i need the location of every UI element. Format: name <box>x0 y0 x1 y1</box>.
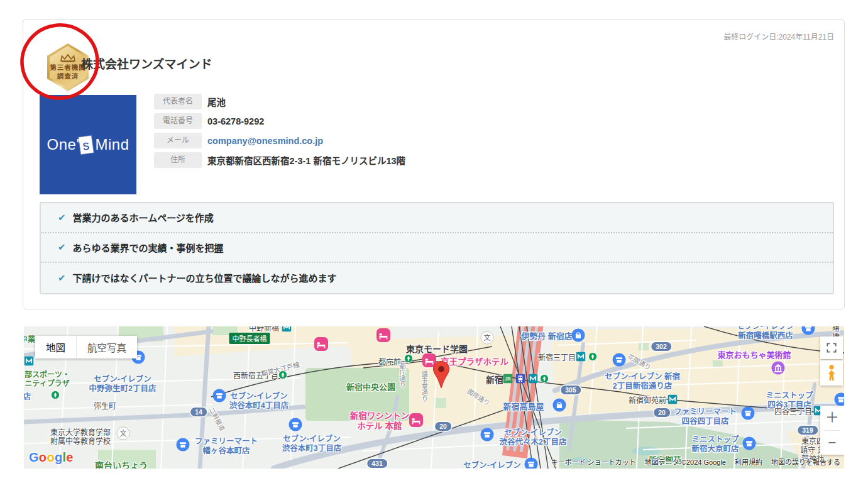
map-label[interactable]: セブン-イレブン 渋谷本町4丁目店 <box>229 392 288 411</box>
company-logo: One'sMind <box>40 95 136 194</box>
hotel-icon[interactable] <box>376 328 390 345</box>
map-label[interactable]: 中野新橋 <box>249 326 279 333</box>
google-logo[interactable]: Google <box>29 450 74 465</box>
map-type-map-button[interactable]: 地図 <box>35 336 76 358</box>
feature-text: あらゆる業界での実績・事例を把握 <box>73 241 224 254</box>
metro-icon[interactable] <box>25 357 34 369</box>
shop-icon[interactable] <box>742 436 756 453</box>
zoom-in-button[interactable]: ＋ <box>820 406 844 430</box>
pegman-icon <box>825 364 838 382</box>
department-store-icon[interactable] <box>552 398 566 414</box>
tree-icon[interactable] <box>51 391 60 402</box>
info-label: 住所 <box>154 152 202 168</box>
shop-icon[interactable] <box>524 457 538 469</box>
shop-icon[interactable] <box>480 428 494 444</box>
route-badge: 14 <box>190 408 207 416</box>
map-label[interactable]: 伊勢丹 新宿店 <box>521 331 573 341</box>
map-label[interactable]: 京王プラザホテル <box>441 357 508 367</box>
map-label[interactable]: 業 中 <box>24 335 35 343</box>
map-label[interactable]: ミニストップ 新宿大京町店 <box>691 435 739 454</box>
shop-icon[interactable] <box>612 353 626 369</box>
map-label[interactable]: セブン-イレブン 渋谷本町3丁目店 <box>282 435 341 453</box>
map-attribution: キーボード ショートカット地図データ ©2024 Google利用規約地図の誤り… <box>551 457 840 467</box>
google-logo-letter: o <box>47 450 55 464</box>
badge-line2: 調査済 <box>57 72 79 80</box>
features-box: ✔営業力のあるホームページを作成✔あらゆる業界での実績・事例を把握✔下請けではな… <box>40 202 834 294</box>
map-label[interactable]: セブン-イレブン <box>463 461 521 469</box>
zoom-out-button[interactable]: − <box>820 431 844 455</box>
tree-icon[interactable] <box>278 370 287 382</box>
map-label[interactable]: 都庁前 <box>378 358 401 367</box>
map-label[interactable]: 新宿 <box>486 375 503 386</box>
metro-icon[interactable] <box>529 374 538 386</box>
map-label[interactable]: セブン-イレブン 新宿 2丁目新宿通り店 <box>605 372 680 391</box>
school-icon[interactable]: 文 <box>116 426 130 443</box>
map-label[interactable]: 南台いちょう <box>95 460 148 469</box>
shop-icon[interactable] <box>212 389 226 405</box>
fullscreen-button[interactable] <box>820 336 843 359</box>
map-label[interactable]: 新宿御苑前 <box>629 396 666 405</box>
svg-text:文: 文 <box>484 333 491 341</box>
map-label[interactable]: 東京大学教育学部 附属中等教育学校 <box>50 428 111 446</box>
map-label[interactable]: 四谷三丁目 <box>774 408 812 416</box>
google-logo-letter: e <box>66 450 73 464</box>
hotel-icon[interactable] <box>314 337 328 353</box>
map-label[interactable]: 新宿三丁目 <box>538 353 576 362</box>
school-icon[interactable]: 文 <box>480 331 494 347</box>
logo-text-mind: Mind <box>95 136 129 153</box>
route-badge: 302 <box>651 342 671 351</box>
metro-icon[interactable] <box>576 352 586 364</box>
map-label[interactable]: 新宿高島屋 <box>503 402 544 411</box>
attribution-item[interactable]: キーボード ショートカット <box>551 457 636 467</box>
jr-icon[interactable]: JR <box>503 374 513 386</box>
feature-item: ✔あらゆる業界での実績・事例を把握 <box>41 233 833 264</box>
feature-text: 営業力のあるホームページを作成 <box>73 211 214 224</box>
map-label[interactable]: 部スポーツ・ ニティプラザ <box>25 370 70 388</box>
attribution-item[interactable]: 利用規約 <box>735 457 762 467</box>
shop-icon[interactable] <box>741 406 755 423</box>
tree-icon[interactable] <box>404 354 413 365</box>
map-label[interactable]: セブン-イレブン 中野弥生町2丁目店 <box>89 375 157 394</box>
map-label[interactable]: 東京おもちゃ美術館 <box>717 350 791 360</box>
map-type-satellite-button[interactable]: 航空写真 <box>76 336 137 358</box>
attribution-item[interactable]: 地図の誤りを報告する <box>771 457 840 467</box>
metro-icon[interactable] <box>668 395 678 407</box>
map-label[interactable]: ファミリーマート 四谷四丁目店 <box>674 408 737 426</box>
map-label: 議事堂通り <box>420 370 427 402</box>
map-label[interactable]: 新宿ワシントン ホテル 本館 <box>350 411 410 431</box>
logo-s-box: s <box>79 135 94 154</box>
google-map-embed[interactable]: 中野新橋西新宿五丁目業 中部スポーツ・ ニティプラザ店セブン-イレブン 中野弥生… <box>24 326 844 469</box>
train-icon[interactable] <box>516 374 525 386</box>
tree-icon[interactable] <box>540 374 549 386</box>
svg-text:文: 文 <box>120 429 127 437</box>
map-label[interactable]: 弥生町 <box>94 402 116 411</box>
company-profile-page: 最終ログイン日:2024年11月21日 第三者機関 調査済 株式会社ワンズマイン… <box>0 0 868 483</box>
map-label[interactable]: 新宿中央公園 <box>346 382 395 392</box>
map-type-control: 地図 航空写真 <box>35 336 137 358</box>
info-row: 電話番号03-6278-9292 <box>154 113 405 129</box>
map-label[interactable]: ファミリーマート 幡ヶ谷本町店 <box>195 437 258 456</box>
info-label: 代表者名 <box>154 94 202 109</box>
hotel-icon[interactable] <box>409 413 423 430</box>
map-label[interactable]: セブン-イレブン 新宿曙橋駅西店 <box>737 326 794 341</box>
route-badge: 20 <box>654 408 670 417</box>
check-icon: ✔ <box>58 272 66 284</box>
department-store-icon[interactable] <box>571 328 585 345</box>
check-icon: ✔ <box>58 212 66 223</box>
google-logo-letter: o <box>39 450 47 464</box>
map-label: 都庁通り <box>398 363 405 388</box>
map-label[interactable]: セブン-イレブン 渋谷代々木2丁目店 <box>500 428 567 447</box>
shop-icon[interactable] <box>288 418 302 434</box>
shop-icon[interactable] <box>801 326 815 338</box>
map-label[interactable]: 店 <box>24 392 31 402</box>
museum-icon[interactable] <box>771 361 785 377</box>
email-link[interactable]: company@onesmind.co.jp <box>207 136 323 146</box>
pegman-control[interactable] <box>820 360 843 386</box>
shop-icon[interactable] <box>176 438 190 454</box>
map-label[interactable]: 東京モード学園 <box>406 344 468 355</box>
crown-icon <box>60 54 76 62</box>
fullscreen-icon <box>825 341 838 354</box>
route-badge: 305 <box>561 386 581 394</box>
metro-icon[interactable] <box>282 326 292 335</box>
tree-icon[interactable] <box>588 352 597 364</box>
